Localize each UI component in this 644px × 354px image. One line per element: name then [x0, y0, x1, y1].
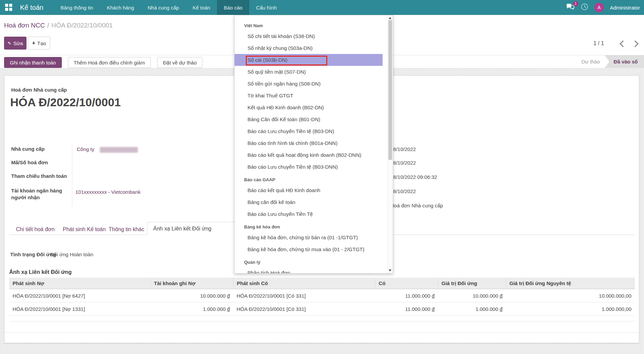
tab-invoice-lines[interactable]: Chi tiết hoá đơn — [16, 226, 55, 232]
table-row[interactable]: HÓA Đ/2022/10/0001 [Nợ 1331] 1.000.000 đ… — [9, 302, 635, 316]
col-foreign-amount[interactable]: Giá trị Đối ứng Nguyên tệ — [506, 278, 635, 289]
mapping-status-value: Đối ứng Hoàn toàn — [50, 251, 93, 257]
col-credit-amount[interactable]: Có — [375, 278, 438, 289]
menu-item[interactable]: Bảng cân đối kế toán — [235, 196, 383, 208]
edit-button[interactable]: ✎ Sửa — [4, 37, 26, 50]
dropdown-scrollbar[interactable] — [387, 15, 393, 273]
cell-credit-line: HÓA Đ/2022/10/0001 [Có 331] — [233, 302, 375, 316]
app-window: Kế toán Bảng thông tin Khách hàng Nhà cu… — [0, 0, 644, 354]
apps-menu-icon[interactable] — [5, 4, 13, 11]
field-separator-line — [72, 145, 72, 206]
create-button-label: Tạo — [37, 40, 46, 46]
doc-type-label: Hoá đơn Nhà cung cấp — [11, 87, 67, 93]
app-name[interactable]: Kế toán — [20, 0, 43, 15]
menu-section-gaap: Báo cáo GAAP — [235, 175, 393, 184]
navbar-systray: 1 A Administrator — [566, 0, 640, 15]
register-payment-button[interactable]: Ghi nhận thanh toán — [4, 57, 62, 68]
col-debit-line[interactable]: Phát sinh Nợ — [9, 278, 150, 289]
top-navbar: Kế toán Bảng thông tin Khách hàng Nhà cu… — [0, 0, 644, 15]
nav-item-dashboard[interactable]: Bảng thông tin — [54, 0, 100, 15]
col-debit-amount[interactable]: Tài khoản ghi Nợ — [150, 278, 233, 289]
pager-count: 1 / 1 — [593, 40, 604, 46]
mapping-status-label: Tình trạng Đối ứng — [10, 251, 56, 257]
pencil-icon: ✎ — [7, 41, 11, 46]
menu-section-management: Quản lý — [235, 258, 393, 267]
breadcrumb-parent-link[interactable]: Hoá đơn NCC — [4, 22, 45, 29]
tab-mapping-label: Ánh xạ Liên kết Đối ứng — [153, 226, 211, 232]
menu-item[interactable]: Sổ quỹ tiền mặt (S07-DN) — [235, 66, 383, 78]
invoice-number-label: Mã/Số hoá đơn — [11, 160, 48, 165]
nav-item-customers[interactable]: Khách hàng — [100, 0, 141, 15]
menu-item[interactable]: Bảng kê hóa đơn, chứng từ mua vào (01 - … — [235, 243, 383, 255]
breadcrumb: Hoá đơn NCC/HÓA Đ/2022/10/0001 — [4, 22, 113, 29]
tab-journal-items[interactable]: Phát sinh Kế toán — [63, 226, 106, 232]
nav-item-configuration[interactable]: Cấu hình — [249, 0, 283, 15]
menu-item[interactable]: Bảng kê hóa đơn, chứng từ bán ra (01 -1/… — [235, 231, 383, 243]
cell-debit-amount: 1.000.000 đ — [150, 302, 233, 316]
menu-item[interactable]: Sổ nhật ký chung (S03a-DN) — [235, 42, 383, 54]
col-credit-line[interactable]: Phát sinh Có — [233, 278, 375, 289]
user-avatar[interactable]: A — [594, 3, 604, 12]
breadcrumb-current: HÓA Đ/2022/10/0001 — [51, 22, 113, 29]
cell-credit-line: HÓA Đ/2022/10/0001 [Có 331] — [233, 289, 375, 302]
cell-matched-amount: 1.000.000 đ — [438, 302, 506, 316]
activities-clock-icon[interactable] — [581, 3, 588, 12]
tab-mapping-active[interactable]: Ánh xạ Liên kết Đối ứng — [147, 222, 242, 235]
menu-item[interactable]: Bảng Cân đối Kế toán (B01-DN) — [235, 113, 383, 125]
state-posted-active[interactable]: Đã vào sổ — [605, 55, 644, 68]
payment-ref-label: Tham chiếu thanh toán — [11, 173, 67, 179]
redacted-vendor-name — [100, 147, 138, 153]
create-button[interactable]: + Tạo — [28, 37, 50, 50]
add-credit-note-button[interactable]: Thêm Hoá đơn điều chỉnh giảm — [68, 57, 151, 68]
menu-item[interactable]: Báo cáo Lưu chuyển Tiền Tệ — [235, 208, 383, 220]
menu-section-invoice-listing: Bảng kê hóa đơn — [235, 223, 393, 231]
accounting-date-value: 18/10/2022 — [390, 160, 416, 166]
sheet-footer-border — [4, 332, 640, 333]
status-pipeline: Dự thảo Đã vào sổ — [582, 55, 644, 68]
state-draft[interactable]: Dự thảo — [582, 59, 600, 64]
menu-item[interactable]: Kết quả HĐ Kinh doanh (B02-DN) — [235, 101, 383, 113]
nav-item-vendors[interactable]: Nhà cung cấp — [141, 0, 186, 15]
due-date-value: 18/10/2022 — [390, 188, 416, 194]
reports-dropdown-menu: Việt Nam Sổ chi tiết tài khoản (S38-DN) … — [234, 15, 393, 274]
user-name[interactable]: Administrator — [610, 5, 640, 11]
messages-icon[interactable]: 1 — [566, 3, 575, 12]
nav-item-reports[interactable]: Báo cáo — [217, 0, 249, 15]
menu-item[interactable]: Báo cáo kết quả hoạt động kinh doanh (B0… — [235, 149, 383, 161]
table-row[interactable]: HÓA Đ/2022/10/0001 [Nợ 6427] 10.000.000 … — [9, 289, 635, 302]
bank-account-label: Tài khoản ngân hàng người nhận — [11, 187, 74, 201]
state-posted-label: Đã vào sổ — [614, 59, 638, 64]
cell-debit-line: HÓA Đ/2022/10/0001 [Nợ 1331] — [9, 302, 150, 316]
menu-item[interactable]: Báo cáo kết quả HĐ Kinh doanh — [235, 184, 383, 196]
menu-item[interactable]: Báo cáo Lưu chuyển Tiền tệ (B03-DN) — [235, 125, 383, 137]
nav-menu: Bảng thông tin Khách hàng Nhà cung cấp K… — [54, 0, 283, 15]
cell-credit-amount: 11.000.000 đ — [375, 289, 438, 302]
vendor-label: Nhà cung cấp — [11, 146, 44, 152]
edit-button-label: Sửa — [13, 40, 23, 46]
col-matched-amount[interactable]: Giá trị Đối ứng — [438, 278, 506, 289]
vendor-value-link[interactable]: Công ty — [77, 146, 94, 152]
nav-item-accounting[interactable]: Kế toán — [186, 0, 217, 15]
mapping-status-separator — [48, 250, 48, 259]
breadcrumb-separator: / — [47, 22, 49, 29]
scrollbar-thumb[interactable] — [388, 20, 392, 160]
menu-section-vietnam: Việt Nam — [235, 21, 393, 30]
reset-to-draft-button[interactable]: Đặt về dự thảo — [157, 57, 202, 68]
tab-other-info[interactable]: Thông tin khác — [109, 226, 144, 232]
cell-debit-line: HÓA Đ/2022/10/0001 [Nợ 6427] — [9, 289, 150, 302]
menu-item[interactable]: Phân tích Hoá đơn — [235, 267, 383, 274]
bank-account-value-link[interactable]: 101xxxxxxxxx - Vietcombank — [75, 189, 141, 195]
menu-item-highlighted[interactable]: Sổ cái (S03b-DN) — [235, 54, 383, 66]
menu-item[interactable]: Báo cáo tình hình tài chính (B01a-DNN) — [235, 137, 383, 149]
menu-item[interactable]: Tờ khai Thuế GTGT — [235, 90, 383, 101]
mapping-table-heading: Ánh xạ Liên kết Đối ứng — [9, 269, 72, 275]
scroll-up-icon[interactable] — [389, 17, 391, 19]
journal-value-link[interactable]: Hoá đơn Nhà cung cấp — [390, 203, 443, 208]
menu-item[interactable]: Sổ tiền gửi ngân hàng (S08-DN) — [235, 78, 383, 90]
menu-item[interactable]: Báo cáo Lưu chuyển Tiền tệ (B03-DNN) — [235, 161, 383, 173]
table-header-row: Phát sinh Nợ Tài khoản ghi Nợ Phát sinh … — [9, 278, 635, 289]
cell-foreign-amount: 10.000.000,00 — [506, 289, 635, 302]
empty-row-border — [9, 321, 635, 321]
menu-item[interactable]: Sổ chi tiết tài khoản (S38-DN) — [235, 30, 383, 42]
scroll-down-icon[interactable] — [389, 269, 391, 272]
